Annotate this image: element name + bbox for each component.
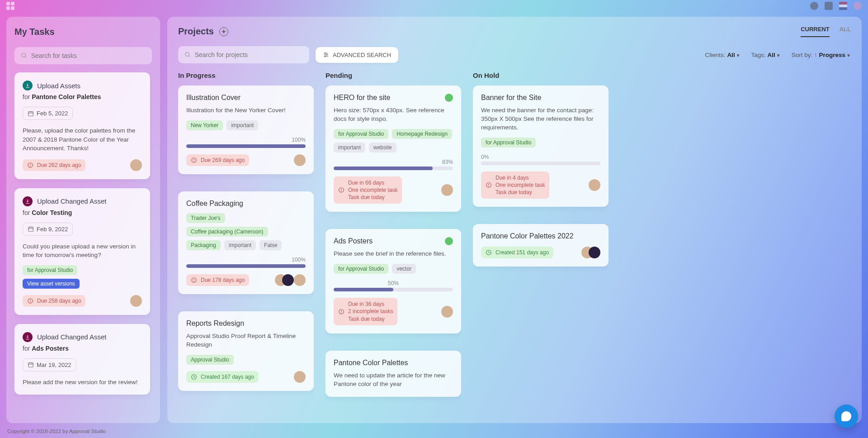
project-card[interactable]: Ads PostersPlease see the brief in the r… [326,229,461,333]
project-card[interactable]: HERO for the siteHero size: 570px x 430p… [326,86,461,212]
task-card[interactable]: Upload Changed Asset for Ads Posters Mar… [14,324,150,395]
task-search-input[interactable] [31,52,146,59]
calendar-icon [28,362,34,368]
task-due: Due 262 days ago [23,159,85,171]
assignee-avatar[interactable] [130,159,142,171]
project-card[interactable]: Pantone Color PalettesWe need to update … [326,351,461,397]
task-description: Please add the new version for the revie… [23,378,142,387]
assignee-avatar[interactable] [282,274,294,286]
project-title: Coffee Packaging [186,200,243,208]
filter-clients[interactable]: Clients: All▼ [705,52,741,58]
svg-point-43 [489,186,489,186]
svg-rect-16 [28,363,33,367]
task-type-icon [23,81,33,90]
project-tag: False [259,240,282,250]
app-logo[interactable] [6,2,14,10]
project-title: Banner for the Site [481,94,541,102]
column-in_progress: In ProgressIllustration CoverIllustratio… [178,71,314,414]
project-title: HERO for the site [334,94,390,102]
task-description: Could you please upload a new version in… [23,242,142,260]
tab-current[interactable]: CURRENT [801,26,830,37]
progress-label: 50% [334,280,453,286]
svg-point-30 [194,161,194,162]
project-tag: New Yorker [186,120,223,130]
database-icon[interactable] [825,2,833,10]
column-title: On Hold [473,71,609,79]
task-search[interactable] [14,47,152,64]
project-due: Due 178 days ago [186,274,249,286]
progress-bar [334,167,453,170]
svg-point-8 [30,166,31,167]
task-action: Upload Assets [37,82,80,90]
assignee-avatar[interactable] [294,371,306,383]
svg-line-21 [189,56,190,57]
status-dot-icon [445,237,453,245]
task-type-icon [23,196,33,206]
assignee-avatar[interactable] [130,295,142,307]
advanced-search-label: ADVANCED SEARCH [333,52,391,58]
project-description: Please see the brief in the reference fi… [334,250,453,258]
project-tag: for Approval Studio [334,129,388,139]
project-title: Reports Redesign [186,319,244,328]
project-tag: important [334,143,365,152]
notifications-icon[interactable] [810,2,818,10]
view-asset-versions-button[interactable]: View asset versions [23,279,80,289]
project-description: We need to update the article for the ne… [334,371,453,389]
project-card[interactable]: Banner for the SiteWe need the banner fo… [473,86,609,207]
task-card[interactable]: Upload Changed Asset for Color Testing F… [14,188,150,315]
task-date: Feb 9, 2022 [23,223,73,236]
project-due: Due in 4 daysOne incomplete taskTask due… [481,171,549,199]
project-created: Created 167 days ago [186,371,259,383]
task-action: Upload Changed Asset [37,333,106,341]
alert-icon [338,187,344,193]
task-tag: for Approval Studio [23,265,77,275]
alert-icon [486,182,492,188]
search-icon [184,51,191,58]
my-tasks-panel: My Tasks Upload Assets for Pantone Color… [6,17,160,423]
calendar-icon [28,226,34,232]
project-title: Pantone Color Palettes [334,359,408,367]
progress-bar [186,144,306,148]
clock-icon [191,374,197,380]
assignee-avatar[interactable] [589,247,600,258]
language-flag-icon[interactable] [839,2,847,10]
tab-all[interactable]: ALL [840,26,851,37]
alert-icon [191,277,197,283]
task-description: Please, upload the color palettes from t… [23,126,142,153]
project-tag: website [369,143,396,152]
progress-label: 83% [334,159,453,165]
assignee-avatar[interactable] [441,306,453,318]
project-search[interactable] [178,46,309,63]
project-tag: important [226,120,258,130]
calendar-icon [28,110,34,117]
svg-point-27 [325,56,326,57]
sort-by[interactable]: Sort by: ↑ Progress▼ [792,52,851,58]
assignee-avatar[interactable] [294,154,306,166]
column-pending: PendingHERO for the siteHero size: 570px… [326,71,461,414]
project-search-input[interactable] [195,51,303,58]
project-card[interactable]: Illustration CoverIllustration for the N… [178,86,314,174]
task-card[interactable]: Upload Assets for Pantone Color Palettes… [14,72,150,179]
filter-tags[interactable]: Tags: All▼ [751,52,781,58]
column-on_hold: On HoldBanner for the SiteWe need the ba… [473,71,609,414]
task-for: for Ads Posters [23,345,142,352]
assignee-avatar[interactable] [441,184,453,196]
svg-rect-2 [28,111,33,115]
project-card[interactable]: Coffee PackagingTrader Joe'sCoffee packa… [178,191,314,294]
project-due: Due 269 days ago [186,154,249,166]
sliders-icon [323,52,329,58]
advanced-search-button[interactable]: ADVANCED SEARCH [316,47,398,63]
progress-bar [334,288,453,291]
svg-rect-9 [28,227,33,231]
project-card[interactable]: Reports RedesignApproval Studio Proof Re… [178,311,314,391]
project-tag: Packaging [186,240,221,250]
assignee-avatar[interactable] [294,274,306,286]
alert-icon [27,162,33,168]
assignee-avatar[interactable] [589,179,600,191]
project-card[interactable]: Pantone Color Palettes 2022Created 151 d… [473,224,609,267]
add-project-button[interactable]: + [219,27,228,36]
task-due: Due 258 days ago [23,295,85,307]
chat-fab[interactable] [835,405,858,428]
task-type-icon [23,332,33,342]
user-avatar[interactable] [854,2,862,10]
